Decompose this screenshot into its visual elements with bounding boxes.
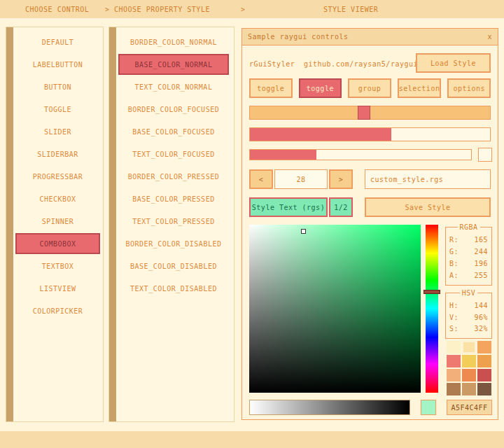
- palette-swatch[interactable]: [462, 355, 476, 368]
- list-item-border-color-pressed[interactable]: BORDER_COLOR_PRESSED: [118, 166, 229, 187]
- hex-color-textbox[interactable]: A5F4C4FF: [447, 400, 492, 415]
- slider-handle[interactable]: [358, 106, 370, 120]
- palette-swatch[interactable]: [447, 383, 461, 396]
- palette-swatch[interactable]: [447, 355, 461, 368]
- hsv-label-s: S:: [449, 325, 458, 332]
- app-name-label: rGuiStyler: [249, 60, 295, 68]
- list-item-base-color-normal[interactable]: BASE_COLOR_NORMAL: [118, 54, 229, 75]
- rgba-row-r: R: 165: [446, 236, 491, 244]
- palette-swatch-selected[interactable]: [462, 341, 476, 354]
- style-text-button[interactable]: Style Text (rgs): [249, 197, 328, 217]
- palette-swatch[interactable]: [447, 341, 461, 354]
- toggle-button-selection[interactable]: selection: [398, 78, 442, 98]
- spinner-increment-button[interactable]: >: [329, 169, 353, 189]
- palette-swatch[interactable]: [477, 383, 491, 396]
- load-style-button[interactable]: Load Style: [416, 53, 491, 73]
- list-item-base-color-focused[interactable]: BASE_COLOR_FOCUSED: [118, 121, 229, 142]
- toggle-button-2-active[interactable]: toggle: [299, 78, 342, 98]
- chevron-right-icon: >: [105, 6, 110, 13]
- close-icon[interactable]: x: [487, 33, 492, 41]
- rgba-value-a: 255: [474, 272, 488, 279]
- sample-checkbox[interactable]: [478, 148, 492, 162]
- list-item-listview[interactable]: LISTVIEW: [15, 278, 100, 299]
- rgba-row-a: A: 255: [446, 272, 491, 279]
- toggle-button-options[interactable]: options: [447, 78, 491, 98]
- rgba-value-b: 196: [474, 260, 488, 267]
- top-bar: CHOOSE CONTROL > CHOOSE PROPERTY STYLE >…: [0, 0, 504, 18]
- sample-slider[interactable]: [249, 106, 491, 120]
- hsv-row-s: S: 32%: [446, 325, 491, 332]
- style-viewer-window: Sample raygui controls x rGuiStyler gith…: [241, 28, 498, 420]
- list-item-text-color-focused[interactable]: TEXT_COLOR_FOCUSED: [118, 144, 229, 164]
- spinner-decrement-button[interactable]: <: [249, 169, 273, 189]
- properties-list-panel: BORDER_COLOR_NORMAL BASE_COLOR_NORMAL TE…: [108, 27, 234, 422]
- save-style-button[interactable]: Save Style: [365, 197, 491, 217]
- palette-swatch[interactable]: [462, 383, 476, 396]
- toggle-button-1[interactable]: toggle: [249, 78, 293, 98]
- color-picker-sv-square[interactable]: [249, 225, 421, 393]
- repo-link[interactable]: github.com/raysan5/raygui: [304, 60, 418, 68]
- palette-swatch[interactable]: [447, 369, 461, 382]
- list-item-progressbar[interactable]: PROGRESSBAR: [15, 166, 100, 187]
- page-indicator-button[interactable]: 1/2: [329, 197, 353, 217]
- palette-swatch[interactable]: [477, 355, 491, 368]
- list-item-combobox[interactable]: COMBOBOX: [15, 233, 100, 254]
- chevron-right-icon: >: [241, 6, 246, 13]
- list-item-sliderbar[interactable]: SLIDERBAR: [15, 144, 100, 164]
- picked-color-swatch: [421, 400, 436, 415]
- list-item-button[interactable]: BUTTON: [15, 76, 100, 97]
- properties-list: BORDER_COLOR_NORMAL BASE_COLOR_NORMAL TE…: [118, 31, 229, 300]
- hsv-label-v: V:: [449, 314, 458, 321]
- list-item-slider[interactable]: SLIDER: [15, 121, 100, 142]
- grayscale-value-bar[interactable]: [249, 400, 410, 415]
- breadcrumb-choose-property-style: CHOOSE PROPERTY STYLE: [114, 6, 210, 13]
- color-picker-cursor[interactable]: [301, 229, 306, 234]
- rgba-row-b: B: 196: [446, 260, 491, 267]
- spinner-value[interactable]: 28: [274, 169, 328, 189]
- window-title: Sample raygui controls: [248, 33, 348, 41]
- list-item-text-color-normal[interactable]: TEXT_COLOR_NORMAL: [118, 76, 229, 97]
- list-item-border-color-normal[interactable]: BORDER_COLOR_NORMAL: [118, 31, 229, 52]
- rgba-row-g: G: 244: [446, 248, 491, 255]
- list-item-labelbutton[interactable]: LABELBUTTON: [15, 54, 100, 75]
- window-titlebar[interactable]: Sample raygui controls x: [242, 29, 498, 46]
- hsv-row-v: V: 96%: [446, 314, 491, 321]
- palette-swatch[interactable]: [477, 369, 491, 382]
- hsv-title: HSV: [460, 289, 478, 297]
- palette-swatch[interactable]: [477, 341, 491, 354]
- sample-progressbar: [249, 149, 472, 160]
- list-item-default[interactable]: DEFAULT: [15, 31, 100, 52]
- breadcrumb-choose-control: CHOOSE CONTROL: [25, 6, 89, 13]
- controls-list-scrollbar[interactable]: [6, 27, 13, 421]
- filename-textbox[interactable]: custom_style.rgs: [365, 169, 491, 189]
- palette-swatch[interactable]: [462, 369, 476, 382]
- sliderbar-fill: [250, 128, 391, 141]
- rgba-label-b: B:: [449, 260, 458, 267]
- hsv-value-s: 32%: [474, 325, 488, 332]
- list-item-border-color-focused[interactable]: BORDER_COLOR_FOCUSED: [118, 99, 229, 120]
- hsv-groupbox: HSV H: 144 V: 96% S: 32%: [445, 293, 492, 339]
- list-item-base-color-disabled[interactable]: BASE_COLOR_DISABLED: [118, 255, 229, 276]
- list-item-textbox[interactable]: TEXTBOX: [15, 255, 100, 276]
- list-item-border-color-disabled[interactable]: BORDER_COLOR_DISABLED: [118, 233, 229, 254]
- rgba-label-a: A:: [449, 272, 458, 279]
- status-bar: BASE STYLE: DARK CHANGED PROPERTIES: 130…: [0, 431, 504, 448]
- list-item-spinner[interactable]: SPINNER: [15, 211, 100, 232]
- list-item-text-color-disabled[interactable]: TEXT_COLOR_DISABLED: [118, 278, 229, 299]
- properties-list-scrollbar[interactable]: [109, 27, 116, 421]
- hsv-label-h: H:: [449, 302, 458, 309]
- toggle-group: toggle toggle group selection options: [249, 78, 491, 98]
- controls-list: DEFAULT LABELBUTTON BUTTON TOGGLE SLIDER…: [15, 31, 100, 323]
- rgba-title: RGBA: [457, 223, 479, 231]
- list-item-base-color-pressed[interactable]: BASE_COLOR_PRESSED: [118, 188, 229, 209]
- list-item-text-color-pressed[interactable]: TEXT_COLOR_PRESSED: [118, 211, 229, 232]
- hsv-value-h: 144: [474, 302, 488, 309]
- hue-slider-bar[interactable]: [426, 225, 438, 393]
- toggle-button-group[interactable]: group: [348, 78, 391, 98]
- hue-slider-handle[interactable]: [424, 290, 440, 294]
- list-item-toggle[interactable]: TOGGLE: [15, 99, 100, 120]
- list-item-colorpicker[interactable]: COLORPICKER: [15, 300, 100, 321]
- list-item-checkbox[interactable]: CHECKBOX: [15, 188, 100, 209]
- sample-sliderbar[interactable]: [249, 127, 491, 141]
- controls-list-panel: DEFAULT LABELBUTTON BUTTON TOGGLE SLIDER…: [6, 27, 104, 422]
